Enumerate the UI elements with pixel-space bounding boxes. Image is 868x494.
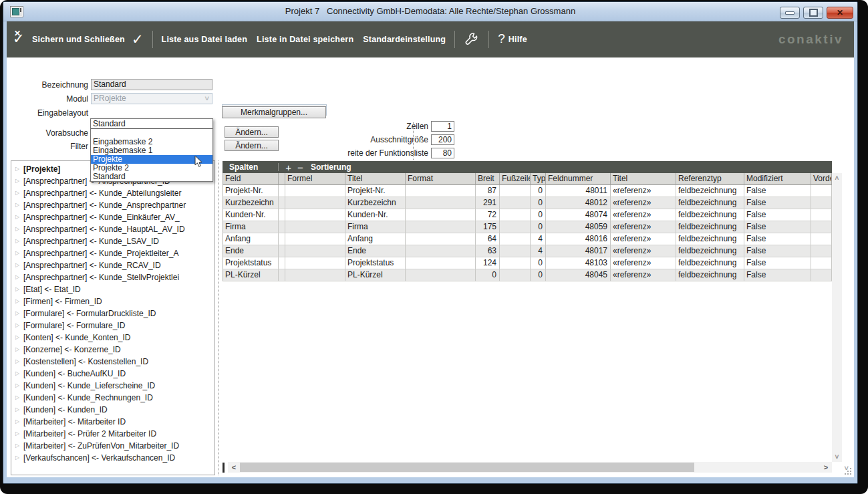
scroll-left-icon[interactable]: < xyxy=(229,463,239,472)
table-horizontal-scrollbar[interactable]: < > xyxy=(228,462,832,473)
save-list-button[interactable]: Liste in Datei speichern xyxy=(257,35,353,44)
tree-item[interactable]: ▷[Kunden] <- Kunde_Lieferscheine_ID xyxy=(11,380,214,392)
tree-item[interactable]: ▷[Ansprechpartner] <- Kunde_Ansprechpart… xyxy=(11,199,214,211)
scroll-down-icon[interactable]: ˅ xyxy=(832,453,842,461)
tree-item[interactable]: ▷[Ansprechpartner] <- Kunde_LSAV_ID xyxy=(11,235,214,247)
expander-icon[interactable]: ▷ xyxy=(15,332,23,344)
remove-column-button[interactable]: − xyxy=(297,162,303,173)
col-header-titel2[interactable]: Titel xyxy=(611,173,676,185)
hscroll-splitter-handle[interactable] xyxy=(223,463,227,473)
title-bar[interactable]: Projekt 7 Connectivity GmbH-Demodata: Al… xyxy=(3,2,857,21)
tree-item[interactable]: ▷[Kunden] <- Kunde_Rechnungen_ID xyxy=(11,392,214,404)
tree-item[interactable]: ▷[Mitarbeiter] <- Prüfer 2 Mitarbeiter I… xyxy=(11,428,214,440)
col-header-modifiziert[interactable]: Modifiziert xyxy=(744,173,811,185)
expander-icon[interactable]: ▷ xyxy=(15,247,23,259)
expander-icon[interactable]: ▷ xyxy=(15,392,23,404)
expander-icon[interactable]: ▷ xyxy=(15,380,23,392)
expander-icon[interactable]: ▷ xyxy=(15,259,23,271)
expander-icon[interactable]: ▷ xyxy=(15,344,23,356)
col-header-typ[interactable]: Typ xyxy=(531,173,546,185)
table-row[interactable]: Kunden-Nr.Kunden-Nr.72048074«referenz»fe… xyxy=(223,209,832,221)
table-row[interactable]: EndeEnde63448017«referenz»feldbezeichnun… xyxy=(223,245,832,257)
expander-icon[interactable]: ▷ xyxy=(15,163,23,175)
panel-splitter[interactable] xyxy=(218,160,219,475)
help-button[interactable]: Hilfe xyxy=(509,35,527,44)
col-header-fusszeile[interactable]: Fußzeile xyxy=(500,173,531,185)
minimize-button[interactable] xyxy=(780,7,800,19)
resize-grip[interactable] xyxy=(843,468,852,475)
dropdown-item-blank[interactable] xyxy=(91,129,212,138)
tree-item[interactable]: ▷[Etat] <- Etat_ID xyxy=(11,283,214,295)
table-row[interactable]: PL-KürzelPL-Kürzel0048045«referenz»feldb… xyxy=(223,269,832,281)
wrench-icon[interactable] xyxy=(464,31,480,47)
expander-icon[interactable]: ▷ xyxy=(15,356,23,368)
tree-item[interactable]: ▷[Kostenstellen] <- Kostenstellen_ID xyxy=(11,356,214,368)
tree-item[interactable]: ▷[Verkaufschancen] <- Verkaufschancen_ID xyxy=(11,452,214,464)
scroll-up-icon[interactable]: ˄ xyxy=(832,174,842,182)
col-header-feld[interactable]: Feld xyxy=(223,173,279,185)
merkmalgruppen-button[interactable]: Merkmalgruppen... xyxy=(222,106,326,118)
ausschnitt-input[interactable]: 200 xyxy=(431,134,454,145)
sortierung-button[interactable]: Sortierung xyxy=(311,162,351,172)
tree-item[interactable]: ▷[Firmen] <- Firmen_ID xyxy=(11,295,214,307)
close-button[interactable]: ✕ xyxy=(827,7,853,19)
expander-icon[interactable]: ▷ xyxy=(15,175,23,187)
modul-select[interactable]: PRojekte ˅ xyxy=(91,93,212,104)
expander-icon[interactable]: ▷ xyxy=(15,440,23,452)
col-header-referenztyp[interactable]: Referenztyp xyxy=(676,173,744,185)
tree-item[interactable]: ▷[Konzerne] <- Konzerne_ID xyxy=(11,344,214,356)
expander-icon[interactable]: ▷ xyxy=(15,404,23,416)
expander-icon[interactable]: ▷ xyxy=(15,307,23,320)
bezeichnung-input[interactable]: Standard xyxy=(91,79,212,90)
expander-icon[interactable]: ▷ xyxy=(15,428,23,440)
save-close-button[interactable]: Sichern und Schließen xyxy=(32,35,125,44)
table-row[interactable]: AnfangAnfang64448016«referenz»feldbezeic… xyxy=(223,233,832,245)
maximize-button[interactable] xyxy=(803,7,823,19)
dropdown-item[interactable]: Standard xyxy=(91,172,212,181)
tree-item[interactable]: ▷[Ansprechpartner] <- Kunde_Abteilungsle… xyxy=(11,187,214,199)
expander-icon[interactable]: ▷ xyxy=(15,187,23,199)
col-header-titel[interactable]: Titel xyxy=(345,173,406,185)
funktionsliste-input[interactable]: 80 xyxy=(431,148,454,158)
expander-icon[interactable]: ▷ xyxy=(15,416,23,428)
load-list-button[interactable]: Liste aus Datei laden xyxy=(162,35,248,44)
col-header-formel[interactable]: Formel xyxy=(285,173,345,185)
dropdown-item[interactable]: Standard xyxy=(91,119,212,129)
tree-item[interactable]: ▷[Formulare] <- Formulare_ID xyxy=(11,320,214,332)
tree-item[interactable]: ▷[Mitarbeiter] <- Mitarbeiter ID xyxy=(11,416,214,428)
expander-icon[interactable]: ▷ xyxy=(15,452,23,464)
expander-icon[interactable]: ▷ xyxy=(15,271,23,283)
expander-icon[interactable]: ▷ xyxy=(15,320,23,332)
tree-item[interactable]: ▷[Ansprechpartner] <- Kunde_Projektleite… xyxy=(11,247,214,259)
dropdown-item[interactable]: Eingabemaske 1 xyxy=(91,146,212,155)
scroll-right-icon[interactable]: > xyxy=(821,463,831,472)
tree-item[interactable]: ▷[Konten] <- Kunde_Konten_ID xyxy=(11,332,214,344)
save-close-icon[interactable]: ✕ ✓ xyxy=(12,29,32,49)
hscroll-thumb[interactable] xyxy=(240,463,694,472)
tree-item[interactable]: ▷[Kunden] <- BucheAufKU_ID xyxy=(11,368,214,380)
expander-icon[interactable]: ▷ xyxy=(15,295,23,307)
table-vertical-scrollbar[interactable]: ˄ ˅ xyxy=(832,173,842,462)
expander-icon[interactable]: ▷ xyxy=(15,235,23,247)
default-settings-button[interactable]: Standardeinstellung xyxy=(363,35,446,44)
col-header-vorde[interactable]: Vorde xyxy=(811,173,832,185)
table-row[interactable]: FirmaFirma175048059«referenz»feldbezeich… xyxy=(223,221,832,233)
tree-item[interactable]: ▷[Formulare] <- FormularDruckliste_ID xyxy=(11,307,214,320)
col-header-breit[interactable]: Breit xyxy=(476,173,500,185)
col-header-blank[interactable] xyxy=(279,173,285,185)
add-column-button[interactable]: + xyxy=(285,162,291,173)
tree-item[interactable]: ▷[Kunden] <- Kunden_ID xyxy=(11,404,214,416)
tree-item[interactable]: ▷[Ansprechpartner] <- Kunde_HauptAL_AV_I… xyxy=(11,223,214,235)
expander-icon[interactable]: ▷ xyxy=(15,283,23,295)
expander-icon[interactable]: ▷ xyxy=(15,199,23,211)
expander-icon[interactable]: ▷ xyxy=(15,368,23,380)
confirm-check-icon[interactable]: ✓ xyxy=(132,31,144,47)
tree-item[interactable]: ▷[Ansprechpartner] <- Kunde_StellvProjek… xyxy=(11,271,214,283)
table-row[interactable]: Projekt-Nr.Projekt-Nr.87048011«referenz»… xyxy=(223,185,832,197)
expander-icon[interactable]: ▷ xyxy=(15,223,23,235)
tree-item[interactable]: ▷[Ansprechpartner] <- Kunde_RCAV_ID xyxy=(11,259,214,271)
tree-item[interactable]: ▷[Ansprechpartner] <- Kunde_Einkäufer_AV… xyxy=(11,211,214,223)
table-row[interactable]: KurzbezeichnKurzbezeichn291048012«refere… xyxy=(223,197,832,209)
table-row[interactable]: ProjektstatusProjektstatus124048103«refe… xyxy=(223,257,832,269)
tree-item[interactable]: ▷[Mitarbeiter] <- ZuPrüfenVon_Mitarbeite… xyxy=(11,440,214,452)
